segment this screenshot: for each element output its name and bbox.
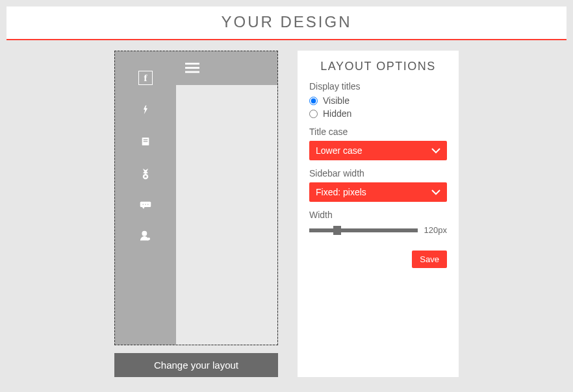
preview-canvas: f (114, 51, 278, 345)
display-titles-label: Display titles (309, 81, 447, 92)
sidebar-width-label: Sidebar width (309, 168, 447, 178)
display-visible-input[interactable] (309, 97, 318, 105)
svg-rect-12 (185, 71, 199, 73)
preview-content-area (176, 85, 277, 345)
page-title: YOUR DESIGN (6, 13, 567, 31)
svg-point-7 (147, 204, 149, 205)
title-case-label: Title case (309, 127, 447, 137)
preview-sidebar: f (115, 51, 176, 345)
facebook-icon: f (138, 71, 153, 85)
width-value: 120px (424, 225, 447, 235)
svg-point-5 (143, 204, 144, 205)
user-settings-icon (139, 229, 152, 242)
sidebar-width-value: Fixed: pixels (316, 187, 366, 197)
display-visible-text: Visible (323, 95, 350, 106)
save-button[interactable]: Save (412, 251, 447, 268)
clipboard-icon (140, 136, 151, 147)
sidebar-width-select[interactable]: Fixed: pixels (309, 182, 447, 202)
svg-rect-1 (144, 140, 148, 140)
layout-options-panel: LAYOUT OPTIONS Display titles Visible Hi… (298, 51, 459, 377)
hamburger-icon (185, 62, 199, 74)
chevron-down-icon (431, 145, 440, 156)
display-hidden-radio[interactable]: Hidden (309, 108, 447, 119)
preview-topbar (176, 51, 277, 85)
svg-point-8 (142, 231, 147, 236)
change-layout-button[interactable]: Change your layout (114, 353, 278, 377)
svg-rect-2 (144, 141, 148, 141)
header: YOUR DESIGN (6, 6, 567, 40)
width-slider[interactable] (309, 228, 418, 232)
svg-point-6 (145, 204, 146, 205)
chevron-down-icon (431, 187, 440, 197)
width-label: Width (309, 210, 447, 220)
svg-rect-10 (185, 63, 199, 65)
display-visible-radio[interactable]: Visible (309, 95, 447, 106)
display-hidden-input[interactable] (309, 110, 318, 118)
options-title: LAYOUT OPTIONS (309, 60, 447, 73)
title-case-value: Lower case (316, 145, 363, 156)
layout-preview: f Change your layout (114, 51, 278, 377)
medal-icon (139, 167, 152, 181)
svg-point-9 (147, 238, 150, 240)
display-hidden-text: Hidden (323, 108, 351, 119)
comment-icon (140, 201, 151, 210)
title-case-select[interactable]: Lower case (309, 141, 447, 160)
svg-rect-11 (185, 67, 199, 69)
width-slider-handle[interactable] (333, 226, 341, 235)
microphone-icon (140, 104, 151, 116)
